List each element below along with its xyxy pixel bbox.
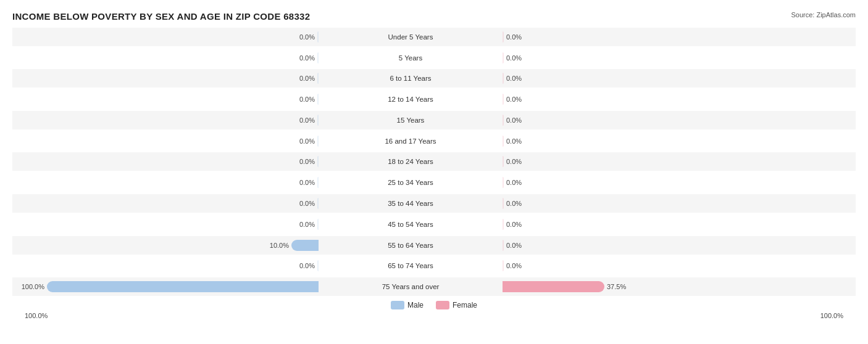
female-bar (503, 198, 504, 209)
right-section: 0.0% (500, 256, 809, 275)
age-label: 18 to 24 Years (383, 157, 438, 166)
bar-row: 0.0% 6 to 11 Years 0.0% (12, 69, 856, 88)
male-bar (317, 115, 319, 126)
right-section: 0.0% (500, 194, 809, 213)
female-value: 0.0% (506, 262, 528, 269)
male-value: 100.0% (22, 283, 44, 290)
bar-row: 0.0% 35 to 44 Years 0.0% (12, 194, 856, 213)
age-label: 55 to 64 Years (383, 240, 438, 250)
male-bar (317, 219, 319, 230)
legend-male: Male (391, 301, 424, 309)
female-bar (503, 136, 504, 147)
male-value: 10.0% (267, 242, 289, 249)
age-label: 16 and 17 Years (380, 136, 441, 146)
male-value: 0.0% (293, 75, 315, 82)
female-bar (503, 281, 604, 292)
male-value: 0.0% (293, 96, 315, 103)
female-bar (503, 177, 504, 188)
right-section: 0.0% (500, 69, 809, 88)
age-label: 45 to 54 Years (383, 219, 438, 229)
label-section: 35 to 44 Years (321, 194, 500, 213)
left-section: 0.0% (12, 194, 321, 213)
left-section: 0.0% (12, 49, 321, 67)
age-label: 65 to 74 Years (383, 261, 438, 271)
bar-row: 0.0% 25 to 34 Years 0.0% (12, 173, 856, 192)
female-bar (503, 52, 504, 63)
age-label: 75 Years and over (377, 282, 444, 292)
female-value: 0.0% (506, 75, 528, 82)
right-section: 0.0% (500, 111, 809, 129)
left-section: 0.0% (12, 28, 321, 46)
age-label: 15 Years (392, 115, 430, 125)
left-section: 0.0% (12, 256, 321, 275)
right-section: 0.0% (500, 173, 809, 192)
male-bar (317, 260, 319, 271)
left-section: 0.0% (12, 69, 321, 88)
label-section: 75 Years and over (321, 277, 500, 296)
label-section: 5 Years (321, 49, 500, 67)
female-value: 0.0% (506, 117, 528, 124)
male-bar (317, 156, 319, 167)
right-section: 0.0% (500, 49, 809, 67)
bar-row: 100.0% 75 Years and over 37.5% (12, 277, 856, 296)
male-bar (317, 73, 319, 84)
right-section: 0.0% (500, 90, 809, 109)
label-section: 45 to 54 Years (321, 215, 500, 234)
female-value: 0.0% (506, 221, 528, 228)
male-value: 0.0% (293, 137, 315, 145)
female-value: 0.0% (506, 242, 528, 249)
right-section: 0.0% (500, 215, 809, 234)
axis-left: 100.0% (25, 312, 48, 319)
bar-row: 0.0% 16 and 17 Years 0.0% (12, 132, 856, 150)
female-value: 0.0% (506, 33, 528, 41)
female-value: 0.0% (506, 54, 528, 62)
male-bar (317, 198, 319, 209)
left-section: 0.0% (12, 173, 321, 192)
male-swatch (391, 301, 404, 309)
female-value: 0.0% (506, 96, 528, 103)
age-label: 5 Years (394, 53, 427, 63)
female-bar (503, 94, 504, 105)
chart-container: INCOME BELOW POVERTY BY SEX AND AGE IN Z… (0, 0, 868, 344)
female-bar (503, 219, 504, 230)
label-section: 55 to 64 Years (321, 236, 500, 255)
male-value: 0.0% (293, 117, 315, 124)
left-section: 0.0% (12, 90, 321, 109)
female-bar (503, 115, 504, 126)
bar-row: 10.0% 55 to 64 Years 0.0% (12, 236, 856, 255)
bar-row: 0.0% Under 5 Years 0.0% (12, 28, 856, 46)
left-section: 0.0% (12, 132, 321, 150)
header-row: INCOME BELOW POVERTY BY SEX AND AGE IN Z… (12, 11, 856, 22)
label-section: 15 Years (321, 111, 500, 129)
chart-area: 0.0% Under 5 Years 0.0% 0.0% 5 Years 0.0… (12, 27, 856, 297)
male-value: 0.0% (293, 262, 315, 269)
male-value: 0.0% (293, 221, 315, 228)
left-section: 0.0% (12, 111, 321, 129)
male-value: 0.0% (293, 179, 315, 186)
label-section: 65 to 74 Years (321, 256, 500, 275)
bottom-axis: 100.0% 100.0% (12, 312, 856, 319)
bar-row: 0.0% 15 Years 0.0% (12, 111, 856, 129)
male-bar (317, 52, 319, 63)
age-label: 35 to 44 Years (383, 199, 438, 208)
bar-row: 0.0% 45 to 54 Years 0.0% (12, 215, 856, 234)
left-section: 0.0% (12, 215, 321, 234)
right-section: 0.0% (500, 132, 809, 150)
right-section: 0.0% (500, 152, 809, 171)
age-label: 25 to 34 Years (383, 178, 438, 187)
female-swatch (436, 301, 449, 309)
legend-female-label: Female (453, 301, 477, 309)
female-bar (503, 240, 504, 251)
bar-row: 0.0% 65 to 74 Years 0.0% (12, 256, 856, 275)
bar-row: 0.0% 12 to 14 Years 0.0% (12, 90, 856, 109)
male-bar (47, 281, 319, 292)
label-section: Under 5 Years (321, 28, 500, 46)
label-section: 25 to 34 Years (321, 173, 500, 192)
male-bar (317, 136, 319, 147)
male-bar (291, 240, 319, 251)
bar-row: 0.0% 18 to 24 Years 0.0% (12, 152, 856, 171)
right-section: 37.5% (500, 277, 809, 296)
left-section: 10.0% (12, 236, 321, 255)
right-section: 0.0% (500, 28, 809, 46)
left-section: 0.0% (12, 152, 321, 171)
